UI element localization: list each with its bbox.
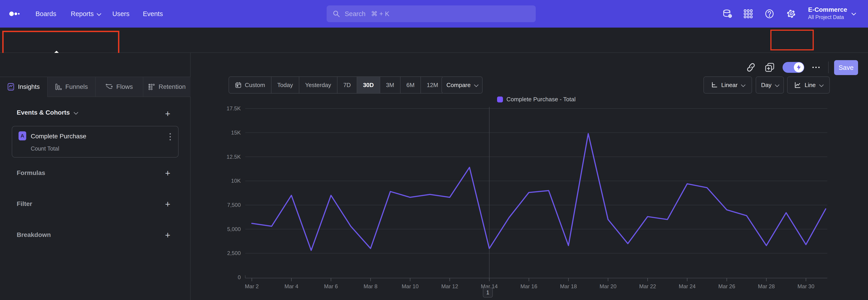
chart-legend[interactable]: Complete Purchase - Total — [245, 96, 827, 103]
event-options-button[interactable] — [167, 132, 174, 141]
help-icon[interactable] — [765, 9, 774, 19]
dot — [169, 136, 171, 138]
svg-text:Mar 12: Mar 12 — [441, 283, 458, 289]
svg-text:7,500: 7,500 — [227, 202, 241, 208]
chart-type-label: Line — [804, 82, 815, 89]
dot — [818, 67, 819, 68]
nav-item-boards[interactable]: Boards — [35, 0, 56, 28]
range-label: 6M — [406, 82, 414, 89]
copy-link-icon[interactable] — [746, 62, 756, 72]
range-6m[interactable]: 6M — [400, 77, 421, 93]
report-type-tabs: Insights Funnels Flows Retent — [0, 77, 191, 97]
events-cohorts-header[interactable]: Events & Cohorts — [17, 109, 77, 116]
svg-text:Mar 16: Mar 16 — [520, 283, 537, 289]
chevron-down-icon — [819, 82, 824, 87]
range-today[interactable]: Today — [271, 77, 299, 93]
tab-insights[interactable]: Insights — [0, 77, 47, 97]
linear-axis-icon — [711, 82, 718, 88]
project-selector[interactable]: E-Commerce All Project Data — [808, 6, 847, 21]
retention-icon — [148, 83, 155, 90]
scale-label: Linear — [721, 82, 738, 89]
compare-button[interactable]: Compare — [441, 77, 483, 94]
svg-text:2,500: 2,500 — [227, 250, 241, 256]
svg-text:Mar 26: Mar 26 — [718, 283, 735, 289]
range-7d[interactable]: 7D — [337, 77, 357, 93]
line-chart-icon — [794, 82, 801, 88]
more-options-button[interactable] — [811, 62, 821, 72]
chevron-down-icon — [775, 82, 779, 87]
interval-dropdown[interactable]: Day — [756, 77, 784, 94]
data-settings-icon[interactable] — [722, 9, 733, 19]
svg-text:15K: 15K — [231, 129, 241, 136]
tab-funnels[interactable]: Funnels — [47, 77, 95, 97]
nav-item-users[interactable]: Users — [112, 0, 129, 28]
scale-dropdown[interactable]: Linear — [704, 77, 752, 94]
nav-label: Users — [112, 10, 129, 18]
legend-swatch — [497, 96, 503, 102]
chevron-down-icon — [96, 11, 101, 16]
tab-flows[interactable]: Flows — [95, 77, 143, 97]
dot — [812, 67, 814, 68]
range-12m[interactable]: 12M — [421, 77, 444, 93]
copy-to-board-icon[interactable] — [765, 62, 775, 72]
range-30d[interactable]: 30D — [357, 77, 380, 93]
range-label: 3M — [386, 82, 394, 89]
global-search[interactable] — [327, 5, 536, 22]
range-yesterday[interactable]: Yesterday — [299, 77, 337, 93]
project-chevron-down-icon — [851, 11, 856, 16]
sampling-toggle[interactable] — [782, 62, 804, 73]
compare-label: Compare — [446, 82, 471, 89]
apps-grid-icon[interactable] — [743, 9, 753, 19]
section-formulas: Formulas — [17, 169, 45, 177]
svg-text:Mar 8: Mar 8 — [364, 283, 377, 289]
nav-label: Boards — [35, 10, 56, 18]
range-3m[interactable]: 3M — [380, 77, 400, 93]
divider — [828, 61, 829, 73]
event-row-complete-purchase[interactable]: A Complete Purchase Count Total — [12, 126, 179, 157]
add-breakdown-button[interactable]: + — [162, 230, 173, 241]
settings-gear-icon[interactable] — [786, 9, 796, 19]
mixpanel-logo[interactable] — [9, 0, 21, 28]
range-label: 30D — [363, 82, 374, 89]
pagination-page-button[interactable]: 1 — [483, 288, 493, 298]
chevron-down-icon — [741, 82, 745, 87]
insights-line-chart[interactable]: Mar 2Mar 4Mar 6Mar 8Mar 10Mar 12Mar 14Ma… — [217, 103, 827, 297]
report-header-bar: Untitled Sampled + Add description... Sa… — [0, 28, 868, 53]
add-event-button[interactable]: + — [162, 108, 173, 119]
add-formula-button[interactable]: + — [162, 168, 173, 179]
event-metric[interactable]: Count Total — [31, 145, 59, 152]
tab-label: Insights — [18, 83, 40, 90]
chart-type-dropdown[interactable]: Line — [787, 77, 830, 94]
date-range-control: Custom Today Yesterday 7D 30D 3M 6M 12M — [228, 77, 444, 94]
range-label: Custom — [245, 82, 265, 89]
nav-item-reports[interactable]: Reports — [71, 0, 100, 28]
insights-icon — [7, 83, 14, 91]
event-name[interactable]: Complete Purchase — [31, 133, 86, 140]
tab-label: Retention — [158, 83, 186, 90]
flows-icon — [105, 83, 113, 90]
project-name: E-Commerce — [808, 6, 847, 14]
section-title: Events & Cohorts — [17, 109, 70, 116]
search-input[interactable] — [344, 10, 530, 18]
svg-text:Mar 22: Mar 22 — [639, 283, 656, 289]
section-breakdown: Breakdown — [17, 231, 51, 239]
svg-text:10K: 10K — [231, 178, 241, 184]
svg-text:Mar 2: Mar 2 — [245, 283, 258, 289]
tab-label: Funnels — [65, 83, 88, 90]
tab-retention[interactable]: Retention — [143, 77, 191, 97]
query-builder-sidebar: Insights Funnels Flows Retent — [0, 53, 191, 300]
nav-item-events[interactable]: Events — [143, 0, 163, 28]
calendar-icon — [235, 82, 242, 88]
svg-text:Mar 20: Mar 20 — [600, 283, 617, 289]
add-filter-button[interactable]: + — [162, 199, 173, 210]
svg-text:5,000: 5,000 — [227, 226, 241, 232]
save-button[interactable]: Save — [834, 60, 858, 75]
lightning-bolt-icon — [796, 64, 802, 70]
svg-text:Mar 28: Mar 28 — [758, 283, 775, 289]
range-custom[interactable]: Custom — [229, 77, 271, 93]
toggle-knob — [794, 62, 804, 72]
range-label: 12M — [427, 82, 438, 89]
svg-text:Mar 10: Mar 10 — [402, 283, 418, 289]
project-scope: All Project Data — [808, 14, 847, 21]
svg-text:Mar 30: Mar 30 — [798, 283, 814, 289]
